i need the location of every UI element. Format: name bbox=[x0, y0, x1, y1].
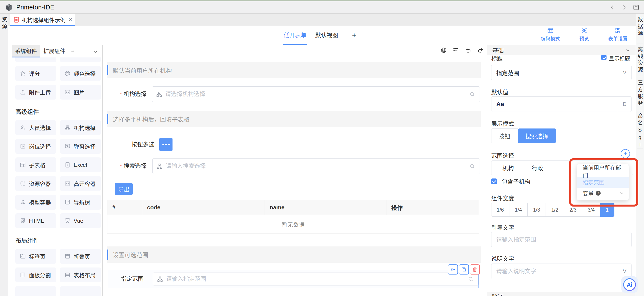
rail-tab-thirdparty[interactable]: 三方服务 bbox=[636, 80, 644, 107]
selected-component[interactable]: 指定范围 bbox=[108, 270, 479, 288]
palette-item-star[interactable]: 评分 bbox=[15, 66, 56, 81]
nav-tree-icon bbox=[64, 199, 70, 205]
outline-icon[interactable] bbox=[453, 47, 459, 54]
rail-tab-offline[interactable]: 离线资源 bbox=[636, 46, 644, 74]
palette-tab-extended[interactable]: 扩展组件 bbox=[40, 45, 68, 58]
close-icon[interactable]: × bbox=[68, 17, 72, 23]
note-text-group[interactable]: V bbox=[491, 264, 632, 279]
chevron-down-icon[interactable] bbox=[93, 49, 98, 54]
palette-item-subtable[interactable]: 子表格 bbox=[15, 158, 56, 172]
preview-button[interactable]: 预览 bbox=[572, 27, 596, 42]
palette-item-panel-split[interactable]: 面板分割 bbox=[15, 268, 56, 282]
palette-item-person-add[interactable]: 人员选择 bbox=[15, 120, 56, 135]
palette-item-dashed-box[interactable]: 资源容器 bbox=[15, 176, 56, 191]
width-option[interactable]: 1/4 bbox=[510, 203, 528, 217]
plus-circle-icon[interactable]: + bbox=[621, 149, 630, 158]
field-label-org-select: 机构选择 bbox=[116, 86, 146, 102]
table-grid-icon bbox=[64, 272, 70, 278]
nav-forward-icon[interactable] bbox=[621, 4, 627, 11]
display-mode-option-search[interactable]: 搜索选择 bbox=[518, 128, 556, 143]
search-select-input[interactable] bbox=[152, 158, 480, 174]
palette-scroll-area[interactable]: 评分颜色选择附件上传图片高级组件人员选择机构选择岗位选择弹窗选择子表格Excel… bbox=[8, 58, 102, 296]
add-view-button[interactable]: + bbox=[348, 26, 361, 45]
save-icon[interactable] bbox=[632, 4, 640, 11]
table-column: # bbox=[108, 200, 142, 215]
palette-item-palette[interactable]: 颜色选择 bbox=[60, 66, 101, 81]
assigned-range-placeholder[interactable] bbox=[166, 276, 466, 282]
view-tab-form[interactable]: 低开表单 bbox=[282, 26, 308, 45]
vue-icon bbox=[64, 218, 70, 224]
default-data-button[interactable]: D bbox=[618, 97, 631, 112]
width-option[interactable]: 2/3 bbox=[564, 203, 582, 217]
button-multi-select[interactable] bbox=[159, 138, 172, 151]
default-value-group[interactable]: D bbox=[491, 96, 632, 112]
palette-item-vue[interactable]: Vue bbox=[60, 213, 101, 228]
title-input[interactable] bbox=[492, 65, 618, 80]
palette-item-excel[interactable]: Excel bbox=[60, 158, 101, 172]
palette-tab-system[interactable]: 系统组件 bbox=[12, 45, 40, 58]
palette-item-badge[interactable]: 岗位选择 bbox=[15, 139, 56, 154]
inspector-section-basic[interactable]: 基础 bbox=[487, 45, 636, 55]
code-mode-button[interactable]: 编码模式 bbox=[538, 27, 562, 42]
palette-item-label: 标签页 bbox=[29, 252, 45, 260]
undo-icon[interactable] bbox=[465, 47, 472, 54]
palette-item-table-grid[interactable]: 表格布局 bbox=[60, 268, 101, 282]
org-select-input[interactable] bbox=[152, 86, 480, 102]
dropdown-item-variable[interactable]: 变量 i bbox=[577, 188, 629, 199]
inspector-section-title: 基础 bbox=[492, 46, 504, 54]
gear-icon[interactable] bbox=[448, 264, 458, 274]
rail-tab-datasource[interactable]: 数据源 bbox=[636, 17, 644, 37]
width-option[interactable]: 1/6 bbox=[491, 203, 510, 217]
trash-icon[interactable] bbox=[470, 264, 480, 274]
copy-icon[interactable] bbox=[459, 264, 469, 274]
palette-item-code-doc[interactable]: 高开容器 bbox=[60, 176, 101, 191]
palette-item-html5[interactable]: HTML bbox=[15, 213, 56, 228]
palette-item-popup-select[interactable]: 弹窗选择 bbox=[60, 139, 101, 154]
default-value-input[interactable] bbox=[492, 97, 618, 112]
chevron-down-icon[interactable] bbox=[625, 47, 631, 53]
guide-text-group[interactable] bbox=[491, 232, 632, 247]
title-variable-button[interactable]: V bbox=[618, 65, 631, 80]
nav-back-icon[interactable] bbox=[609, 4, 616, 11]
range-value: 行政 bbox=[532, 164, 543, 172]
form-settings-button[interactable]: 表单设置 bbox=[606, 27, 630, 42]
file-tab-label: 机构选择组件示例 bbox=[22, 16, 66, 24]
palette-item-org-tree[interactable]: 机构选择 bbox=[60, 120, 101, 135]
note-text-label: 说明文字 bbox=[491, 254, 514, 262]
width-option-active[interactable]: 1 bbox=[600, 203, 614, 217]
width-option[interactable]: 3/4 bbox=[582, 203, 600, 217]
palette-item-label: 评分 bbox=[29, 70, 40, 78]
hamburger-icon[interactable] bbox=[70, 49, 75, 54]
palette-item-image[interactable]: 图片 bbox=[60, 85, 101, 100]
export-button[interactable]: 导出 bbox=[115, 183, 132, 195]
validation-section-header[interactable]: 验证 bbox=[487, 292, 636, 296]
title-input-group[interactable]: V bbox=[491, 65, 632, 80]
rail-tab-resources[interactable]: 资源 bbox=[0, 17, 8, 30]
width-option[interactable]: 1/3 bbox=[528, 203, 546, 217]
palette-item-nav-tree[interactable]: 导航树 bbox=[60, 195, 101, 210]
assigned-range-input[interactable] bbox=[153, 272, 478, 286]
display-mode-option-button[interactable]: 按钮 bbox=[491, 128, 518, 143]
palette-item-collapse[interactable]: 折叠页 bbox=[60, 249, 101, 264]
note-text-input[interactable] bbox=[492, 264, 618, 279]
search-select-placeholder[interactable] bbox=[166, 163, 467, 170]
globe-icon[interactable] bbox=[440, 47, 447, 54]
rail-tab-namedsql[interactable]: 命名Sql bbox=[636, 113, 644, 149]
ai-assistant-button[interactable]: Ai bbox=[623, 278, 636, 291]
include-sub-org-row: 包含子机构 bbox=[491, 177, 530, 185]
org-select-placeholder[interactable] bbox=[165, 91, 467, 98]
badge-icon bbox=[20, 143, 26, 149]
file-tab[interactable]: 机构选择组件示例 × bbox=[10, 14, 75, 26]
palette-item-tab-page[interactable]: 标签页 bbox=[15, 249, 56, 264]
palette-item-partial bbox=[15, 286, 56, 296]
palette-item-upload[interactable]: 附件上传 bbox=[15, 85, 56, 100]
dropdown-item-current-dept[interactable]: 当前用户所在部门 bbox=[577, 166, 629, 177]
redo-icon[interactable] bbox=[477, 47, 484, 54]
palette-item-cubes[interactable]: 模型容器 bbox=[15, 195, 56, 210]
palette-item-label: 机构选择 bbox=[74, 124, 96, 132]
width-option[interactable]: 1/2 bbox=[546, 203, 564, 217]
include-sub-org-checkbox[interactable] bbox=[491, 178, 497, 184]
view-tab-default[interactable]: 默认视图 bbox=[314, 26, 340, 45]
show-title-checkbox[interactable] bbox=[601, 55, 606, 60]
guide-text-input[interactable] bbox=[492, 232, 631, 247]
